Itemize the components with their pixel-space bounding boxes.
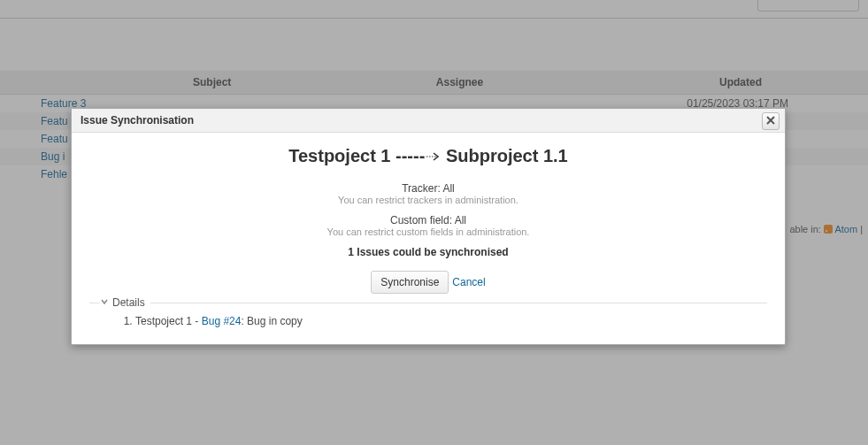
tracker-sub: You can restrict trackers in administrat… (89, 195, 767, 205)
list-item: Testpoject 1 - Bug #24: Bug in copy (135, 314, 767, 328)
sync-heading: Testpoject 1 ----- Subproject 1.1 (89, 145, 767, 166)
chevron-down-icon (100, 296, 109, 309)
dialog-title: Issue Synchronisation (72, 109, 785, 133)
sync-dialog: Issue Synchronisation Testpoject 1 -----… (71, 108, 786, 345)
tracker-line: Tracker: All (89, 182, 767, 195)
cf-sub: You can restrict custom fields in admini… (89, 226, 767, 237)
cancel-link[interactable]: Cancel (452, 276, 485, 288)
close-icon (766, 115, 775, 127)
synchronise-button[interactable]: Synchronise (371, 271, 449, 294)
details-list: Testpoject 1 - Bug #24: Bug in copy (100, 314, 767, 328)
arrow-right-icon (426, 145, 439, 165)
details-block: Details Testpoject 1 - Bug #24: Bug in c… (89, 303, 767, 328)
close-button[interactable] (762, 112, 780, 130)
issue-ref-link[interactable]: Bug #24 (202, 315, 242, 327)
details-toggle[interactable]: Details (100, 296, 150, 309)
cf-line: Custom field: All (89, 214, 767, 226)
count-line: 1 Issues could be synchronised (89, 246, 767, 258)
